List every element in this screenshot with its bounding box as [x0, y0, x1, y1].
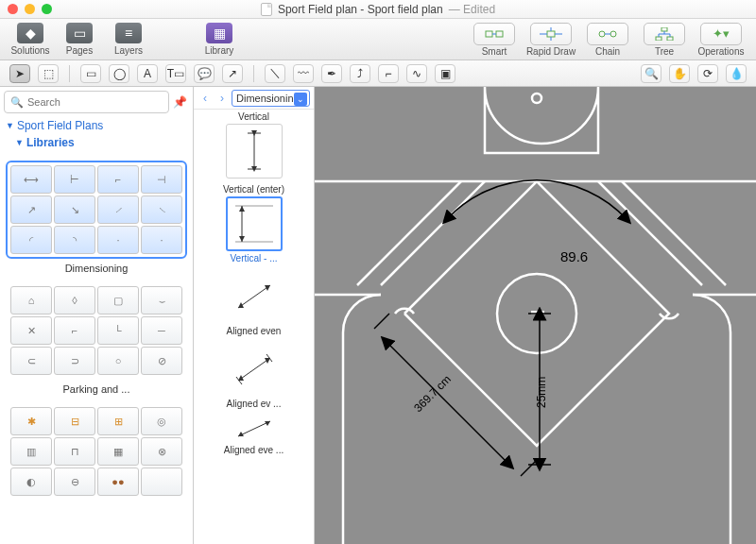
- angle-connector-tool[interactable]: ⌐: [378, 64, 399, 83]
- lib-third[interactable]: ✱⊟⊞◎ ▥⊓▦⊗ ◐⊖●●: [6, 402, 187, 501]
- zoom-window[interactable]: [42, 4, 52, 14]
- tree-root-label: Sport Field Plans: [17, 119, 103, 132]
- shape-aligned-eve[interactable]: Aligned eve ...: [194, 413, 314, 455]
- svg-rect-0: [486, 31, 492, 37]
- tree-root[interactable]: ▼Sport Field Plans: [0, 117, 193, 134]
- operations-label: Operations: [698, 46, 745, 57]
- svg-point-9: [610, 31, 616, 37]
- crop-tool[interactable]: ▣: [435, 64, 455, 83]
- svg-rect-3: [547, 31, 555, 37]
- curve-tool[interactable]: 〰: [293, 64, 314, 83]
- svg-line-43: [386, 341, 509, 465]
- shape-aligned-ev-label: Aligned ev ...: [194, 399, 314, 409]
- shape-browser: ‹ › Dimensioning ⌄ Vertical Vertical (en…: [194, 87, 315, 544]
- svg-rect-1: [496, 31, 503, 37]
- tree-label: Tree: [655, 46, 674, 57]
- solutions-button[interactable]: ◆Solutions: [8, 23, 53, 56]
- svg-line-34: [238, 421, 270, 436]
- zoom-tool[interactable]: 🔍: [641, 64, 662, 83]
- smart-label: Smart: [482, 46, 507, 57]
- pin-icon[interactable]: 📌: [173, 95, 187, 109]
- svg-marker-23: [239, 236, 245, 242]
- shape-vertical-enter-label: Vertical (enter): [194, 184, 314, 195]
- svg-point-8: [599, 31, 605, 37]
- arrow-tool[interactable]: ↗: [222, 64, 243, 83]
- svg-marker-22: [239, 206, 245, 212]
- lib-parking[interactable]: ⌂◊▢⌣ ✕⌐└─ ⊂⊃○⊘ Parking and ...: [6, 281, 187, 395]
- svg-line-29: [238, 358, 270, 381]
- eyedropper-tool[interactable]: 💧: [726, 64, 747, 83]
- bezier-tool[interactable]: ∿: [406, 64, 427, 83]
- text-tool[interactable]: A: [137, 64, 158, 83]
- nav-back[interactable]: ‹: [198, 90, 213, 107]
- library-sidebar: 🔍 📌 ▼Sport Field Plans ▼Libraries ⟷⊢⌐⊣ ↗…: [0, 87, 194, 544]
- lib-dimensioning[interactable]: ⟷⊢⌐⊣ ↗↘⟋⟍ ◜◝·· Dimensioning: [6, 161, 187, 274]
- svg-rect-13: [667, 37, 673, 41]
- shape-vertical-label: Vertical: [194, 111, 314, 122]
- pointer-tool[interactable]: ➤: [9, 64, 30, 83]
- rapid-draw-mode[interactable]: Rapid Draw: [524, 23, 578, 57]
- dropdown-label: Dimensioning: [236, 93, 300, 104]
- window-controls: [8, 4, 52, 14]
- svg-line-44: [374, 314, 389, 329]
- length1-value: 369.7 cm: [411, 372, 454, 415]
- shape-aligned-eve-label: Aligned eve ...: [194, 445, 314, 455]
- hand-tool[interactable]: ✋: [669, 64, 690, 83]
- svg-line-26: [238, 285, 270, 308]
- chain-label: Chain: [595, 46, 620, 57]
- svg-line-45: [521, 461, 536, 476]
- svg-point-41: [532, 94, 541, 103]
- library-button[interactable]: ▦Library: [197, 23, 242, 56]
- document-icon: [261, 3, 272, 16]
- textbox-tool[interactable]: T▭: [165, 64, 186, 83]
- library-search[interactable]: 🔍: [4, 91, 169, 113]
- pages-label: Pages: [66, 45, 93, 56]
- chevron-down-icon: ⌄: [297, 94, 304, 104]
- tree-mode[interactable]: Tree: [637, 23, 692, 57]
- shape-vertical[interactable]: Vertical: [194, 111, 314, 180]
- category-dropdown[interactable]: Dimensioning ⌄: [232, 90, 310, 107]
- drawing-canvas[interactable]: 89.6 369.7 cm 25mm: [315, 87, 756, 544]
- operations-button[interactable]: ✦▾Operations: [694, 23, 748, 57]
- shape-aligned-even[interactable]: Aligned even: [194, 267, 314, 336]
- connector-tool[interactable]: ⤴: [350, 64, 370, 83]
- angle-value: 89.6: [560, 248, 588, 264]
- solutions-label: Solutions: [10, 45, 49, 56]
- smart-mode[interactable]: Smart: [467, 23, 522, 57]
- main-toolbar: ◆Solutions ▭Pages ≡Layers ▦Library Smart…: [0, 19, 756, 60]
- lib-dimensioning-label: Dimensioning: [6, 263, 187, 274]
- tree-libs-label: Libraries: [26, 136, 75, 149]
- rapid-label: Rapid Draw: [526, 46, 576, 57]
- titlebar: Sport Field plan - Sport field plan — Ed…: [0, 0, 756, 19]
- search-icon: 🔍: [10, 96, 24, 109]
- svg-rect-12: [656, 37, 662, 41]
- window-title: Sport Field plan - Sport field plan — Ed…: [261, 3, 495, 16]
- shape-aligned-even-label: Aligned even: [194, 326, 314, 336]
- callout-tool[interactable]: 💬: [194, 64, 215, 83]
- edited-indicator: — Edited: [449, 3, 495, 16]
- shape-aligned-ev[interactable]: Aligned ev ...: [194, 340, 314, 409]
- shape-vertical-enter[interactable]: Vertical (enter) Vertical - ...: [194, 184, 314, 264]
- pen-tool[interactable]: ✒: [321, 64, 342, 83]
- rotate-tool[interactable]: ⟳: [697, 64, 718, 83]
- layers-label: Layers: [114, 45, 143, 56]
- library-label: Library: [205, 45, 234, 56]
- close-window[interactable]: [8, 4, 18, 14]
- tools-toolbar: ➤ ⬚ ▭ ◯ A T▭ 💬 ↗ ＼ 〰 ✒ ⤴ ⌐ ∿ ▣ 🔍 ✋ ⟳ 💧: [0, 60, 756, 87]
- title-text: Sport Field plan - Sport field plan: [278, 3, 443, 16]
- ellipse-tool[interactable]: ◯: [109, 64, 129, 83]
- nav-forward[interactable]: ›: [215, 90, 230, 107]
- svg-rect-11: [662, 27, 667, 31]
- rectangle-tool[interactable]: ▭: [80, 64, 101, 83]
- field-drawing: 89.6 369.7 cm 25mm: [315, 87, 756, 544]
- chain-mode[interactable]: Chain: [580, 23, 635, 57]
- pages-button[interactable]: ▭Pages: [57, 23, 102, 56]
- search-input[interactable]: [27, 96, 163, 108]
- minimize-window[interactable]: [25, 4, 35, 14]
- shape-vertical-sel-label: Vertical - ...: [194, 253, 314, 264]
- marquee-tool[interactable]: ⬚: [38, 64, 59, 83]
- line-tool[interactable]: ＼: [265, 64, 285, 83]
- layers-button[interactable]: ≡Layers: [106, 23, 151, 56]
- tree-libraries[interactable]: ▼Libraries: [0, 134, 193, 151]
- lib-parking-label: Parking and ...: [6, 383, 187, 395]
